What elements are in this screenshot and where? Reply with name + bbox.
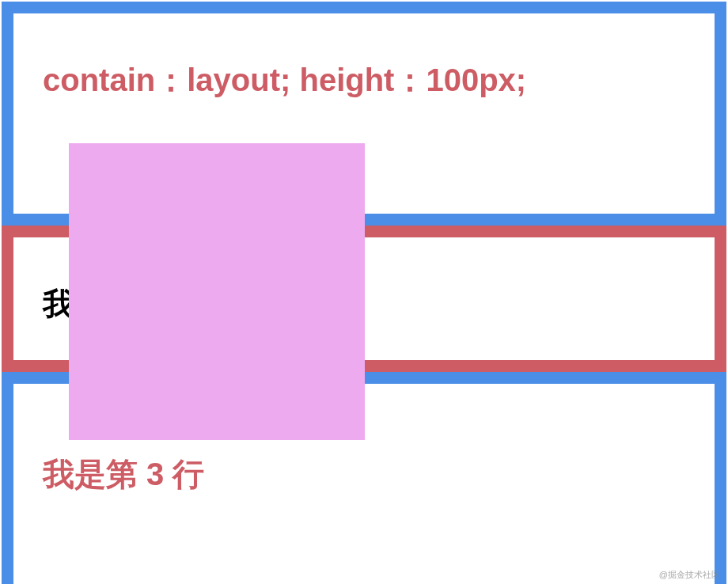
demo-container: contain：layout; height：100px; 我 我是第 3 行 … bbox=[2, 2, 726, 584]
watermark: @掘金技术社区 bbox=[659, 569, 720, 581]
overflow-square bbox=[69, 143, 365, 440]
box-1-title: contain：layout; height：100px; bbox=[13, 13, 715, 99]
